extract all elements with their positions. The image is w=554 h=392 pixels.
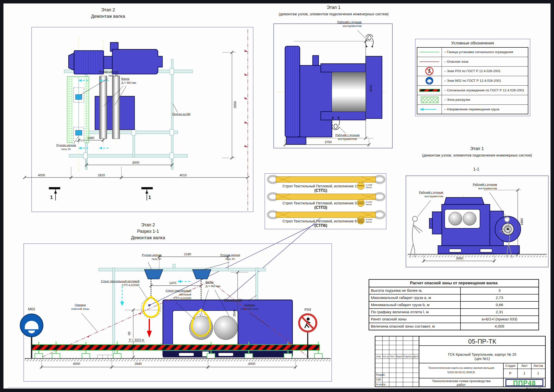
legend-row-text: – Зона разгрузки — [444, 98, 470, 101]
sling-code: (СТП1) — [314, 188, 327, 193]
roll-label: ВалокД = 660 мм. — [206, 280, 221, 288]
sling-detail: 4 слояленты — [366, 218, 372, 223]
hoist-block — [76, 95, 82, 99]
scheme-title: Технологическая схема производства — [432, 379, 490, 383]
doc-title: Технологическая карта на замену валков в… — [428, 366, 494, 369]
sling-detail: 1 слойленты — [366, 184, 372, 189]
worker-label: Рабочий с ручныминструментом — [330, 133, 365, 141]
calc-value: 2,31 — [496, 310, 503, 314]
stage1-front-drawing — [274, 24, 392, 148]
section-mark-1: 1 — [50, 195, 53, 200]
stadia-value: Р — [509, 371, 511, 375]
dim-4000: 4000 — [38, 173, 45, 177]
sling-label-left: Строп текстильный петлевойСТП 4,0/2000 — [95, 279, 139, 287]
legend-row-text: – Ганица установки сигнального ограждени… — [444, 50, 513, 54]
sling-code: (СТП6) — [314, 223, 327, 228]
dim-4000-left: 4000 — [73, 362, 80, 366]
cut-view-title: Этап 2 — [141, 222, 155, 228]
legend-row-text: – Знак Р03 по ГОСТ Р 12.4.026-2001 — [444, 69, 501, 73]
dim-2180: 2180 — [184, 252, 191, 256]
tb-nkontr: Н.контр. — [376, 383, 386, 386]
dim-3560: 3560 — [456, 256, 463, 260]
dim-3540: 3540 — [232, 305, 236, 321]
sling-label: Строп Текстильный Петлевой, исполнение 6 — [283, 219, 357, 223]
roller-2 — [112, 76, 120, 139]
roller-front — [332, 72, 366, 112]
doc-number: 5333.59.00.01.000СБ — [447, 371, 475, 374]
p03-label: Р03 — [305, 307, 311, 312]
calc-value: a+b/2+l (приказ 533) — [482, 317, 517, 321]
dim-3550: 3550 — [233, 97, 237, 113]
calc-param: По графику величина отлета l, м — [371, 310, 429, 314]
danger-border-label: Границаопасной зоны — [70, 303, 90, 311]
cut-view-subtitle: Разрез 1-1 — [137, 229, 159, 234]
dim-1460: 1460 — [87, 136, 95, 140]
drawing-graphics — [0, 0, 554, 392]
calc-table-title: Расчет опасной зоны от перемещения валка — [410, 281, 498, 285]
hoist-label: Ручная цепнаяталь 9т. — [84, 70, 118, 78]
calc-param: Рачет опасной зоны — [371, 317, 406, 321]
sling-label: Строп Текстильный Петлевой, исполнение 3 — [283, 201, 357, 205]
calc-param: Высота подъема не более м, — [371, 288, 422, 293]
signal-fence-bar — [32, 345, 320, 350]
section-mark-1-1: 1-1 — [473, 167, 479, 172]
doc-code: 05-ПР-ТК — [468, 338, 496, 345]
dim-4000-right: 4000 — [248, 362, 255, 366]
sling-label-right: Строп текстильныйпетлевойСТП 4,0/2000 — [160, 289, 191, 300]
section-mark-1: 1 — [148, 195, 151, 200]
calc-param: Минимальный габарит груза b, м — [371, 303, 429, 307]
calc-param: Максимальный габарит груза a, м — [371, 295, 431, 300]
worker-label: Рабочий с ручныминструментом — [322, 20, 362, 28]
legend-row-text: – Направление перемещения груза — [444, 107, 499, 111]
stadia-header: Стадия — [505, 364, 516, 368]
listov-value: 1 — [537, 371, 539, 375]
tb-col: Подпись — [403, 355, 413, 358]
tb-gip: ГИП — [376, 378, 381, 381]
portal-label: Портал из КМ — [224, 298, 242, 302]
worker-label: Рабочий с ручныминструментом — [465, 183, 497, 190]
calc-value: 2,73 — [496, 295, 503, 300]
m02-sign — [20, 314, 43, 337]
list-value: 1 — [523, 371, 525, 375]
roll-label: ВалокД = 660 мм. — [121, 77, 137, 85]
dim-3750: 3750 — [325, 140, 332, 144]
worker-figure — [365, 34, 373, 47]
list-header: Лист — [521, 364, 528, 368]
dim-1470: 1470 — [169, 281, 176, 285]
m02-label: М02 — [28, 307, 35, 311]
tb-col: Дата — [413, 355, 418, 358]
section-view-title: Этап 1 — [470, 146, 484, 151]
worker-label: Рабочий с ручныминструментом — [412, 191, 443, 198]
drawing-sheet: Этап 2 Демонтаж валка Ручная цепнаяталь … — [0, 0, 554, 392]
cut-view-subtitle2: Демонтаж валка — [131, 235, 165, 240]
ppr48-logo: ППР48 — [513, 379, 536, 387]
section-view-subtitle: (демонтаж узлов, элементов подключения и… — [422, 153, 532, 157]
signal-fence-icon — [420, 89, 440, 92]
sling-code: (СТП3) — [314, 205, 327, 210]
unloading-zone-icon — [421, 97, 438, 103]
hoist-label: Ручная цепнаяталь 9т. — [56, 143, 77, 151]
front-view-title: Этап 1 — [327, 5, 341, 10]
legend-row-text: – Сигнальное ограждение по ГОСТ Р 12.4.0… — [444, 88, 524, 92]
tb-col: Изм. — [376, 355, 381, 358]
m02-sign-icon — [426, 77, 433, 84]
tb-col: №док. — [396, 355, 403, 358]
hoist-label: Ручная цепнаяталь 9т. — [126, 253, 162, 261]
legend-row-text: – Опасная зона — [444, 60, 468, 63]
plan-view-subtitle: Демонтаж валка — [91, 14, 125, 19]
dim-1880: 1880 — [520, 214, 524, 230]
dim-3640: 3640 — [369, 81, 373, 97]
dim-4010: 4010 — [180, 173, 187, 177]
legend-title: Условные обозначения — [451, 41, 494, 45]
listov-header: Листов — [534, 364, 543, 368]
sling-detail: 2 слояленты — [366, 201, 372, 206]
section-marks — [49, 187, 153, 200]
calc-value: 3 — [498, 288, 501, 293]
hoist-label: Ручная цепнаяталь 9т. — [212, 253, 248, 261]
calc-value: 0,66 — [496, 303, 503, 307]
dim-3000: 3000 — [132, 161, 139, 164]
danger-flags — [245, 50, 248, 147]
stage2-section-drawing — [20, 244, 332, 381]
front-view-subtitle: (демонтаж узлов, элементов подключения и… — [279, 12, 388, 16]
danger-border-label: Границаопасной зоны — [239, 303, 260, 311]
